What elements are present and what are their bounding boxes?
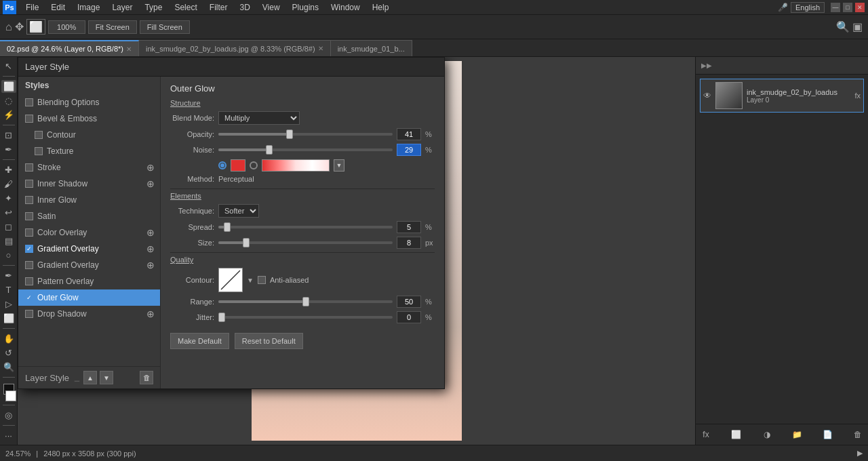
fill-screen-button[interactable]: Fill Screen xyxy=(140,20,190,34)
size-slider[interactable] xyxy=(218,241,393,244)
eraser-tool[interactable]: ◻ xyxy=(1,220,16,233)
brush-tool[interactable]: 🖌 xyxy=(1,178,16,191)
style-checkbox-blending[interactable] xyxy=(25,98,33,106)
extras-tool[interactable]: ··· xyxy=(1,429,16,442)
clone-tool[interactable]: ✦ xyxy=(1,192,16,205)
style-add-drop-shadow[interactable]: ⊕ xyxy=(146,308,155,319)
search-icon[interactable]: 🔍 xyxy=(836,20,850,33)
style-checkbox-contour[interactable] xyxy=(35,131,43,139)
dodge-tool[interactable]: ○ xyxy=(1,249,16,262)
style-checkbox-pattern[interactable] xyxy=(25,277,33,285)
shape-tool[interactable]: ⬜ xyxy=(1,312,16,325)
opacity-thumb[interactable] xyxy=(286,129,293,139)
fit-screen-button[interactable]: Fit Screen xyxy=(88,20,137,34)
glow-color-swatch[interactable] xyxy=(231,159,245,172)
style-item-satin[interactable]: Satin xyxy=(18,208,160,224)
menu-layer[interactable]: Layer xyxy=(106,1,138,14)
spread-input[interactable]: 5 xyxy=(397,221,421,233)
menu-select[interactable]: Select xyxy=(169,1,202,14)
close-button[interactable]: ✕ xyxy=(855,3,865,12)
menu-3d[interactable]: 3D xyxy=(234,1,255,14)
move-tool[interactable]: ↖ xyxy=(1,60,16,73)
style-add-gradient-2[interactable]: ⊕ xyxy=(146,260,155,270)
delete-layer-button[interactable]: 🗑 xyxy=(850,427,865,442)
style-item-bevel-emboss[interactable]: Bevel & Emboss xyxy=(18,111,160,127)
move-down-button[interactable]: ▼ xyxy=(100,371,113,384)
style-item-blending-options[interactable]: Blending Options xyxy=(18,94,160,111)
tab-ink02[interactable]: ink_smudge_02_by_loadus.jpg @ 8.33% (RGB… xyxy=(139,40,331,56)
menu-type[interactable]: Type xyxy=(139,1,167,14)
lasso-tool[interactable]: ◌ xyxy=(1,94,16,107)
history-brush-tool[interactable]: ↩ xyxy=(1,206,16,219)
home-icon[interactable]: ⌂ xyxy=(5,21,12,33)
workspace-icon[interactable]: ▣ xyxy=(852,20,863,33)
style-item-color-overlay[interactable]: Color Overlay ⊕ xyxy=(18,224,160,241)
style-item-contour[interactable]: Contour xyxy=(18,127,160,143)
color-radio-solid[interactable] xyxy=(218,161,226,169)
maximize-button[interactable]: □ xyxy=(843,3,852,12)
style-add-gradient-1[interactable]: ⊕ xyxy=(146,243,155,254)
style-add-inner-shadow[interactable]: ⊕ xyxy=(146,178,155,189)
style-checkbox-stroke[interactable] xyxy=(25,163,33,172)
menu-view[interactable]: View xyxy=(257,1,285,14)
style-checkbox-texture[interactable] xyxy=(35,147,43,155)
make-default-button[interactable]: Make Default xyxy=(170,333,229,349)
menu-image[interactable]: Image xyxy=(72,1,105,14)
range-thumb[interactable] xyxy=(302,297,309,306)
style-checkbox-bevel[interactable] xyxy=(25,115,33,123)
menu-window[interactable]: Window xyxy=(326,1,366,14)
opacity-slider[interactable] xyxy=(218,133,393,136)
noise-input[interactable]: 29 xyxy=(397,144,421,156)
edit-as-quick-mask[interactable]: ◎ xyxy=(1,409,16,422)
style-add-color-overlay[interactable]: ⊕ xyxy=(146,227,155,238)
hand-tool[interactable]: ✋ xyxy=(1,332,16,345)
panel-collapse-icon[interactable]: ▶▶ xyxy=(701,62,712,69)
background-color[interactable] xyxy=(5,390,16,401)
gradient-arrow-button[interactable]: ▼ xyxy=(334,159,344,172)
color-radio-gradient[interactable] xyxy=(250,161,258,169)
style-item-inner-glow[interactable]: Inner Glow xyxy=(18,192,160,208)
tab-02psd[interactable]: 02.psd @ 24.6% (Layer 0, RGB/8*) ✕ xyxy=(0,40,139,56)
menu-help[interactable]: Help xyxy=(367,1,395,14)
layer-fx-button[interactable]: fx xyxy=(698,427,713,442)
style-checkbox-inner-shadow[interactable] xyxy=(25,180,33,188)
style-item-gradient-overlay-2[interactable]: Gradient Overlay ⊕ xyxy=(18,257,160,273)
jitter-slider[interactable] xyxy=(218,316,393,319)
contour-preview[interactable] xyxy=(218,268,243,292)
language-badge[interactable]: English xyxy=(791,2,825,13)
menu-edit[interactable]: Edit xyxy=(45,1,71,14)
style-item-pattern-overlay[interactable]: Pattern Overlay xyxy=(18,273,160,289)
style-checkbox-color-overlay[interactable] xyxy=(25,228,33,237)
jitter-thumb[interactable] xyxy=(218,313,225,322)
gradient-tool[interactable]: ▤ xyxy=(1,235,16,247)
range-slider[interactable] xyxy=(218,300,393,303)
tab-close-icon[interactable]: ✕ xyxy=(318,45,323,52)
style-checkbox-gradient-1[interactable]: ✓ xyxy=(25,245,33,253)
style-item-gradient-overlay-1[interactable]: ✓ Gradient Overlay ⊕ xyxy=(18,241,160,257)
noise-thumb[interactable] xyxy=(266,145,273,155)
size-input[interactable]: 8 xyxy=(397,237,421,249)
marquee-tool[interactable]: ⬜ xyxy=(1,80,16,93)
style-checkbox-satin[interactable] xyxy=(25,212,33,220)
technique-select[interactable]: Softer xyxy=(218,204,259,218)
style-checkbox-gradient-2[interactable] xyxy=(25,261,33,269)
type-tool[interactable]: T xyxy=(1,283,16,296)
noise-slider[interactable] xyxy=(218,148,393,151)
spread-slider[interactable] xyxy=(218,226,393,228)
style-add-stroke[interactable]: ⊕ xyxy=(146,162,155,173)
menu-plugins[interactable]: Plugins xyxy=(287,1,324,14)
tab-close-icon[interactable]: ✕ xyxy=(126,45,132,53)
size-thumb[interactable] xyxy=(243,238,250,247)
dialog-title-bar[interactable]: Layer Style xyxy=(18,58,444,77)
eyedropper-tool[interactable]: ✒ xyxy=(1,143,16,156)
style-checkbox-drop-shadow[interactable] xyxy=(25,310,33,318)
new-layer-button[interactable]: 📄 xyxy=(820,427,835,442)
glow-gradient-preview[interactable] xyxy=(262,159,330,172)
jitter-input[interactable]: 0 xyxy=(397,311,421,323)
style-item-texture[interactable]: Texture xyxy=(18,143,160,159)
contour-dropdown-icon[interactable]: ▼ xyxy=(247,277,254,284)
style-item-drop-shadow[interactable]: Drop Shadow ⊕ xyxy=(18,306,160,322)
style-item-inner-shadow[interactable]: Inner Shadow ⊕ xyxy=(18,176,160,192)
range-input[interactable]: 50 xyxy=(397,296,421,308)
rotate-tool[interactable]: ↺ xyxy=(1,346,16,359)
